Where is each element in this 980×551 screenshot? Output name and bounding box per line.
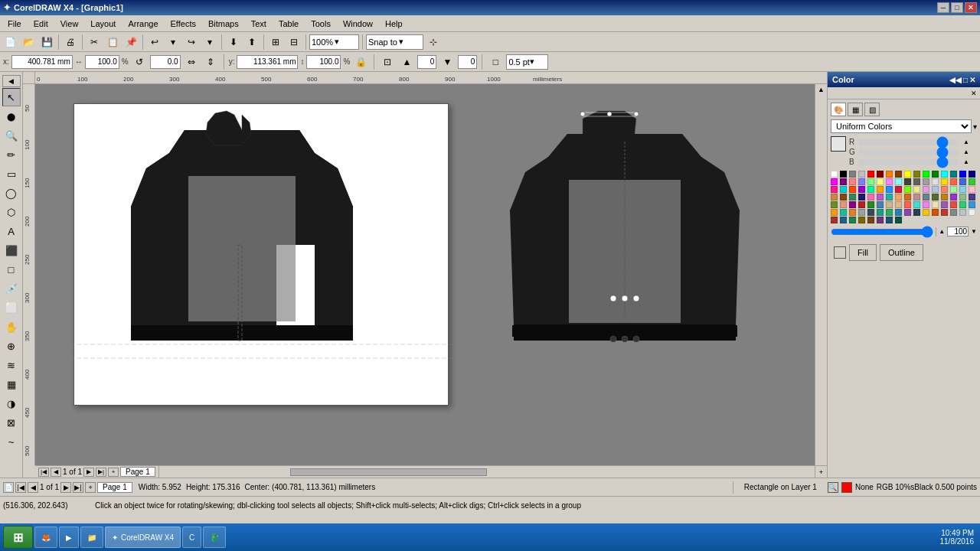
- color-swatch-99[interactable]: [858, 217, 865, 223]
- tab-color-mixer[interactable]: 🎨: [831, 103, 846, 116]
- zoom-in-btn[interactable]: +: [815, 465, 827, 478]
- freehand-tool[interactable]: ✏: [2, 145, 21, 164]
- color-swatch-81[interactable]: [840, 209, 847, 216]
- titlebar-controls[interactable]: ─ □ ✕: [937, 2, 977, 13]
- ellipse-tool[interactable]: ◯: [2, 184, 21, 202]
- angle-input[interactable]: [150, 55, 181, 69]
- tab-fixed-palettes[interactable]: ▧: [864, 103, 880, 116]
- transparency-tool[interactable]: ◑: [2, 394, 21, 412]
- color-swatch-97[interactable]: [840, 217, 847, 223]
- color-swatch-102[interactable]: [886, 217, 893, 223]
- color-swatch-18[interactable]: [849, 178, 856, 185]
- color-swatch-23[interactable]: [895, 178, 902, 185]
- menu-bitmaps[interactable]: Bitmaps: [202, 16, 245, 31]
- color-swatch-30[interactable]: [959, 178, 966, 185]
- color-swatch-95[interactable]: [969, 209, 975, 216]
- opacity-slider[interactable]: [831, 229, 933, 235]
- snap-button[interactable]: ⊹: [425, 34, 442, 51]
- nudge-val2[interactable]: [458, 55, 477, 69]
- color-swatch-36[interactable]: [867, 186, 874, 193]
- color-swatch-94[interactable]: [959, 209, 966, 216]
- color-swatch-34[interactable]: [849, 186, 856, 193]
- menu-arrange[interactable]: Arrange: [122, 16, 164, 31]
- status-error-btn[interactable]: [841, 482, 852, 493]
- save-button[interactable]: 💾: [38, 34, 55, 51]
- panel-close-btn[interactable]: ✕: [969, 76, 975, 84]
- view-toggle2[interactable]: ⊟: [286, 34, 302, 51]
- color-swatch-76[interactable]: [941, 201, 948, 208]
- color-swatch-11[interactable]: [932, 171, 939, 178]
- nudge-up[interactable]: ▲: [398, 54, 415, 70]
- color-swatch-2[interactable]: [849, 171, 856, 178]
- color-swatch-19[interactable]: [858, 178, 865, 185]
- color-swatch-50[interactable]: [849, 194, 856, 201]
- color-swatch-35[interactable]: [858, 186, 865, 193]
- eraser-tool[interactable]: ⬜: [2, 298, 21, 317]
- copy-button[interactable]: 📋: [104, 34, 121, 51]
- outline-tool[interactable]: □: [2, 260, 21, 279]
- nudge-down[interactable]: ▼: [439, 54, 456, 70]
- fill-color-box[interactable]: [834, 246, 846, 259]
- export-button[interactable]: ⬆: [243, 34, 260, 51]
- color-swatch-31[interactable]: [969, 178, 975, 185]
- color-swatch-38[interactable]: [886, 186, 893, 193]
- color-swatch-16[interactable]: [831, 178, 838, 185]
- color-swatch-74[interactable]: [923, 201, 929, 208]
- panel-pin-btn[interactable]: ◀◀: [949, 76, 962, 84]
- open-button[interactable]: 📂: [20, 34, 37, 51]
- node-tool[interactable]: ⬤: [2, 107, 21, 126]
- color-swatch-75[interactable]: [932, 201, 939, 208]
- maximize-button[interactable]: □: [951, 2, 963, 13]
- color-swatch-21[interactable]: [877, 178, 884, 185]
- menu-window[interactable]: Window: [337, 16, 379, 31]
- color-swatch-71[interactable]: [895, 201, 902, 208]
- menu-tools[interactable]: Tools: [305, 16, 337, 31]
- color-swatch-40[interactable]: [904, 186, 911, 193]
- new-button[interactable]: 📄: [2, 34, 18, 51]
- color-swatch-9[interactable]: [913, 171, 920, 178]
- start-button[interactable]: ⊞: [3, 526, 33, 549]
- mirror-v[interactable]: ⇕: [202, 54, 219, 70]
- outline-width-combo[interactable]: 0.5 pt ▾: [506, 54, 548, 70]
- color-swatch-22[interactable]: [886, 178, 893, 185]
- eyedropper-tool[interactable]: 💉: [2, 279, 21, 298]
- color-swatch-80[interactable]: [831, 209, 838, 216]
- canvas-area[interactable]: ▲: [35, 84, 827, 465]
- color-swatch-24[interactable]: [904, 178, 911, 185]
- outline-button[interactable]: Outline: [880, 244, 923, 261]
- g-up-btn[interactable]: ▲: [963, 148, 969, 155]
- color-swatch-37[interactable]: [877, 186, 884, 193]
- select-tool[interactable]: ↖: [2, 88, 21, 106]
- page-prev-btn[interactable]: ◀: [51, 468, 61, 477]
- color-swatch-83[interactable]: [858, 209, 865, 216]
- opacity-value-input[interactable]: [947, 227, 969, 236]
- op-down-btn[interactable]: ▼: [971, 228, 977, 235]
- color-swatch-55[interactable]: [895, 194, 902, 201]
- color-swatch-10[interactable]: [923, 171, 929, 178]
- color-swatch-73[interactable]: [913, 201, 920, 208]
- print-button[interactable]: 🖨: [62, 34, 79, 51]
- taskbar-firefox[interactable]: 🦊: [34, 527, 57, 548]
- status-nav-last[interactable]: ▶|: [73, 482, 83, 493]
- status-nav-doc[interactable]: 📄: [3, 482, 14, 493]
- color-swatch-98[interactable]: [849, 217, 856, 223]
- color-swatch-5[interactable]: [877, 171, 884, 178]
- color-swatch-67[interactable]: [858, 201, 865, 208]
- minimize-button[interactable]: ─: [937, 2, 949, 13]
- color-swatch-51[interactable]: [858, 194, 865, 201]
- color-swatch-84[interactable]: [867, 209, 874, 216]
- taskbar-dragon[interactable]: 🐉: [203, 527, 226, 548]
- color-swatch-90[interactable]: [923, 209, 929, 216]
- color-swatch-61[interactable]: [950, 194, 957, 201]
- color-swatch-52[interactable]: [867, 194, 874, 201]
- smear-tool[interactable]: ~: [2, 432, 21, 451]
- color-swatch-3[interactable]: [858, 171, 865, 178]
- taskbar-explorer[interactable]: 📁: [80, 527, 103, 548]
- color-swatch-4[interactable]: [867, 171, 874, 178]
- color-swatch-57[interactable]: [913, 194, 920, 201]
- color-swatch-77[interactable]: [950, 201, 957, 208]
- color-swatch-17[interactable]: [840, 178, 847, 185]
- taskbar-corel2[interactable]: C: [182, 527, 201, 548]
- color-swatch-78[interactable]: [959, 201, 966, 208]
- color-swatch-103[interactable]: [895, 217, 902, 223]
